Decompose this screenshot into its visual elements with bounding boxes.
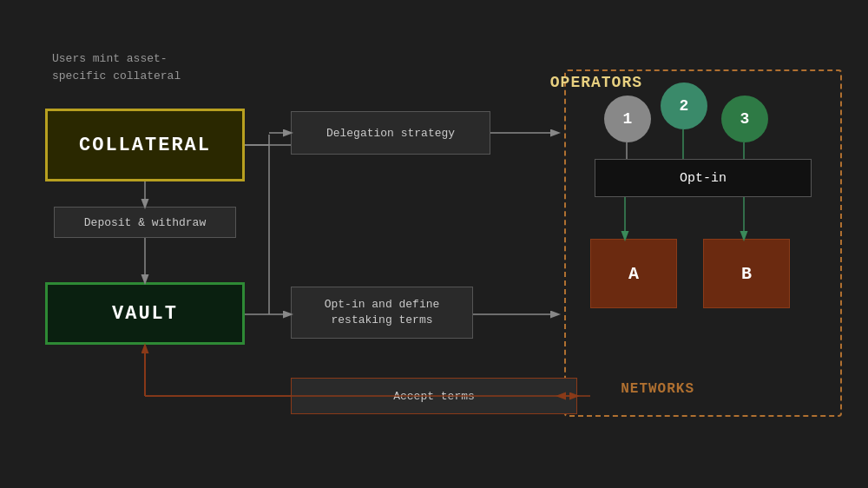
operator-3-circle: 3 — [721, 96, 768, 142]
vault-label: VAULT — [112, 303, 178, 325]
accept-terms-box: Accept terms — [291, 378, 577, 414]
collateral-label: COLLATERAL — [79, 135, 211, 156]
operators-title: OPERATORS — [550, 74, 642, 91]
optin-label: Opt-in — [680, 171, 727, 186]
network-b-box: B — [703, 239, 790, 308]
optin-bar: Opt-in — [595, 159, 812, 197]
delegation-label: Delegation strategy — [326, 127, 455, 140]
delegation-box: Delegation strategy — [291, 111, 490, 155]
note-line2: specific collateral — [52, 69, 181, 82]
vault-box: VAULT — [45, 282, 245, 345]
operator-3-label: 3 — [740, 110, 750, 128]
network-a-label: A — [628, 264, 639, 284]
operator-2-circle: 2 — [661, 82, 707, 129]
optin-define-box: Opt-in and define restaking terms — [291, 287, 473, 339]
accept-terms-label: Accept terms — [393, 390, 475, 403]
networks-title: NETWORKS — [621, 381, 694, 397]
deposit-withdraw-box: Deposit & withdraw — [54, 207, 236, 238]
operator-1-circle: 1 — [604, 96, 651, 142]
note-line1: Users mint asset- — [52, 52, 168, 65]
user-note: Users mint asset- specific collateral — [52, 50, 181, 84]
operator-1-label: 1 — [623, 110, 633, 128]
deposit-withdraw-label: Deposit & withdraw — [84, 216, 206, 229]
operator-2-label: 2 — [680, 97, 689, 115]
network-b-label: B — [741, 264, 752, 284]
network-a-box: A — [590, 239, 677, 308]
collateral-box: COLLATERAL — [45, 109, 245, 181]
diagram: Users mint asset- specific collateral OP… — [0, 0, 868, 488]
optin-define-label: Opt-in and define restaking terms — [325, 297, 440, 328]
